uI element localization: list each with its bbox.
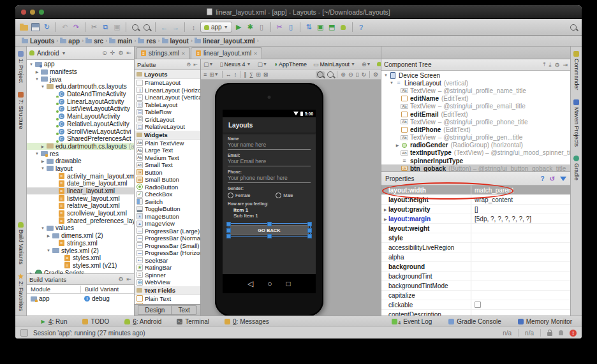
component-tree-item[interactable]: editEmail (EditText) bbox=[381, 110, 570, 118]
tree-item[interactable]: res bbox=[27, 150, 134, 157]
tree-item[interactable]: linear_layout.xml bbox=[27, 187, 134, 195]
palette-item[interactable]: ProgressBar (Large) bbox=[135, 228, 200, 235]
editor-tab[interactable]: ≡ linear_layout.xml × bbox=[191, 47, 262, 59]
tree-item[interactable]: DateAndTimeActivity bbox=[27, 91, 134, 98]
component-tree-item[interactable]: TextView – @string/ui_profile_name_title bbox=[381, 87, 570, 94]
property-value[interactable] bbox=[471, 262, 570, 271]
tool-window-button[interactable]: TODO bbox=[79, 317, 112, 326]
tool-window-button[interactable]: Memory Monitor bbox=[515, 317, 575, 326]
palette-item[interactable]: FrameLayout bbox=[135, 79, 200, 87]
gear-icon[interactable]: ⚙ bbox=[186, 62, 191, 68]
tree-item[interactable]: scrollview_layout.xml bbox=[27, 210, 134, 217]
checkbox[interactable] bbox=[475, 302, 481, 308]
palette-section-header[interactable]: Widgets bbox=[135, 131, 200, 140]
property-row[interactable]: ▶ clickable bbox=[381, 300, 570, 310]
palette-item[interactable]: TableRow bbox=[135, 108, 200, 116]
palette-section-header[interactable]: Layouts bbox=[135, 70, 200, 79]
property-row[interactable]: ▶ layout:weight bbox=[381, 224, 570, 233]
palette-item[interactable]: RelativeLayout bbox=[135, 123, 200, 131]
property-value[interactable] bbox=[471, 300, 570, 309]
device-screen-preview[interactable]: 5:00 Layouts Name Yo bbox=[223, 110, 316, 293]
palette-item[interactable]: LinearLayout (Horizonta bbox=[135, 87, 200, 94]
expand-arrow-icon[interactable] bbox=[40, 159, 46, 163]
locale-select[interactable]: ⊕▼ bbox=[362, 61, 371, 68]
property-row[interactable]: ▶ accessibilityLiveRegion bbox=[381, 243, 570, 252]
palette-item[interactable]: ImageButton bbox=[135, 213, 200, 221]
hide-panel-icon[interactable]: ⇤ bbox=[126, 276, 131, 282]
gear-icon[interactable]: ⚙ bbox=[118, 276, 123, 282]
undo-icon[interactable]: ↶ bbox=[60, 22, 70, 32]
refresh-icon[interactable]: ↻ bbox=[361, 71, 366, 78]
component-tree-item[interactable]: radioGender (RadioGroup) (horizontal) bbox=[381, 142, 570, 149]
tree-item[interactable]: MainLayoutActivity bbox=[27, 113, 134, 120]
replace-icon[interactable] bbox=[142, 22, 151, 32]
property-value[interactable] bbox=[471, 233, 570, 242]
component-tree-item[interactable]: editName (EditText) bbox=[381, 95, 570, 103]
error-badge[interactable]: ! bbox=[570, 330, 577, 337]
close-tab-icon[interactable]: × bbox=[182, 50, 185, 57]
property-value[interactable] bbox=[471, 310, 570, 316]
debug-icon[interactable]: ✱ bbox=[246, 22, 255, 32]
reset-icon[interactable]: ↺ bbox=[550, 175, 555, 182]
expand-all-icon[interactable]: ⤒ bbox=[543, 61, 545, 68]
component-tree-item[interactable]: spinnerInputType bbox=[381, 157, 570, 164]
property-row[interactable]: ▶ alpha bbox=[381, 252, 570, 262]
editor-tab[interactable]: ≡ strings.xml × bbox=[136, 47, 190, 59]
property-row[interactable]: ▶ layout:gravity [] bbox=[381, 205, 570, 214]
tree-item[interactable]: styles.xml bbox=[27, 254, 134, 262]
tool-window-button[interactable]: 7: Structure bbox=[17, 87, 25, 134]
palette-item[interactable]: ProgressBar (Small) bbox=[135, 242, 200, 250]
sdk-manager-icon[interactable]: ⬒ bbox=[327, 22, 337, 32]
radio-button[interactable]: Male bbox=[276, 193, 316, 198]
breadcrumb-item[interactable]: src bbox=[84, 38, 105, 45]
project-view-select[interactable]: Android bbox=[37, 50, 59, 57]
tree-item[interactable]: ListViewLayoutActivity bbox=[27, 105, 134, 113]
redo-icon[interactable]: ↷ bbox=[71, 22, 81, 32]
tree-item[interactable]: Gradle Scripts bbox=[27, 269, 134, 273]
tree-item[interactable]: edu.dartmouth.cs.layouts bbox=[27, 83, 134, 91]
resize-handle[interactable] bbox=[267, 234, 272, 238]
clear-constraints-icon[interactable]: ⊠ bbox=[263, 71, 269, 78]
title-bar[interactable]: linear_layout.xml - [app] - Layouts - [~… bbox=[15, 5, 582, 19]
breadcrumb-item[interactable]: layout bbox=[161, 38, 190, 45]
breadcrumb-item[interactable]: linear_layout.xml bbox=[193, 38, 256, 45]
hide-panel-icon[interactable]: ⇥ bbox=[563, 62, 568, 68]
palette-item[interactable]: ImageView bbox=[135, 220, 200, 228]
tool-window-button[interactable]: Maven Projects bbox=[573, 95, 580, 151]
property-value[interactable] bbox=[471, 252, 570, 261]
capture-icon[interactable]: ✂ bbox=[275, 22, 284, 32]
orientation-select[interactable]: ▢▼ bbox=[257, 61, 267, 68]
breadcrumb-item[interactable]: res bbox=[136, 38, 157, 45]
expand-arrow-icon[interactable] bbox=[394, 143, 401, 147]
tree-item[interactable]: java bbox=[27, 75, 134, 83]
tree-item[interactable]: dimens.xml (2) bbox=[27, 232, 134, 240]
expand-arrow-icon[interactable] bbox=[45, 233, 52, 238]
tree-item[interactable]: styles.xml (2) bbox=[27, 247, 134, 254]
build-variant-row[interactable]: app idebug bbox=[27, 294, 134, 303]
property-value[interactable]: [] bbox=[471, 205, 570, 214]
configuration-icon[interactable]: ▢▼ bbox=[203, 61, 213, 68]
resize-handle[interactable] bbox=[226, 234, 231, 238]
grid-mode-icon[interactable]: ⊞▼ bbox=[209, 71, 218, 78]
component-tree-item[interactable]: textInputType (TextView) – @string/ui_mo… bbox=[381, 149, 570, 157]
gear-icon[interactable]: ⚙ bbox=[554, 62, 559, 68]
zoom-fit-icon[interactable] bbox=[327, 71, 334, 78]
expand-arrow-icon[interactable] bbox=[40, 144, 46, 149]
align-icon[interactable]: ∥ bbox=[244, 71, 247, 78]
tree-item[interactable]: LinearLayoutActivity bbox=[27, 98, 134, 105]
expand-arrow-icon[interactable] bbox=[40, 85, 46, 89]
run-configuration-select[interactable]: app ▼ bbox=[200, 22, 232, 33]
collapse-all-icon[interactable]: ⤓ bbox=[549, 61, 551, 68]
palette-item[interactable]: TableLayout bbox=[135, 101, 200, 109]
tree-item[interactable]: RelativeLayoutActivity bbox=[27, 120, 134, 128]
palette-item[interactable]: Spinner bbox=[135, 272, 200, 279]
property-row[interactable]: ▶ background bbox=[381, 262, 570, 272]
component-tree-item[interactable]: TextView – @string/ui_profile_email_titl… bbox=[381, 103, 570, 110]
palette-item[interactable]: Plain Text bbox=[135, 295, 200, 303]
tree-item[interactable]: layout bbox=[27, 165, 134, 173]
expand-arrow-icon[interactable] bbox=[34, 77, 40, 81]
android-icon[interactable] bbox=[339, 22, 348, 32]
layout-variant-select[interactable]: ▭ MainLayout▼ bbox=[313, 61, 355, 68]
device-monitor-icon[interactable]: ▣ bbox=[316, 22, 325, 32]
tool-window-button[interactable]: Commander bbox=[573, 47, 580, 95]
